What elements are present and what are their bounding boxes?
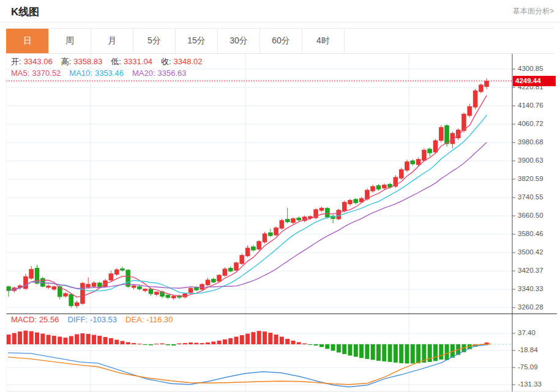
macd-bar-positive xyxy=(154,344,159,344)
candle-up xyxy=(319,208,324,210)
price-axis-tick: 4060.72 xyxy=(518,120,557,127)
macd-bar-positive xyxy=(114,340,119,344)
candle-up xyxy=(468,106,472,116)
interval-tabbar: 日周月5分15分30分60分4时 xyxy=(6,28,554,54)
macd-bar-positive xyxy=(263,331,267,344)
legend-label: 收: xyxy=(161,57,171,66)
macd-bar-positive xyxy=(80,333,84,344)
candle-up xyxy=(171,296,176,298)
price-axis-tick: 3260.28 xyxy=(518,303,557,311)
price-axis-tick: 4300.85 xyxy=(518,65,557,72)
macd-bar-positive xyxy=(35,333,39,344)
candle-down xyxy=(211,279,215,282)
macd-bar-negative xyxy=(394,344,398,363)
price-axis-tick: 4140.76 xyxy=(518,102,557,109)
macd-legend: MACD:25.56DIFF:-103.53DEA:-116.30 xyxy=(11,315,182,324)
legend-label: MA20: xyxy=(132,68,155,78)
tab-5分[interactable]: 5分 xyxy=(133,29,176,53)
candle-up xyxy=(342,202,346,211)
legend-value: 3348.02 xyxy=(174,57,203,66)
macd-axis-tick: -131.33 xyxy=(518,380,557,388)
legend-value: -116.30 xyxy=(146,315,173,324)
ohlc-legend: 开:3343.06高:3358.83低:3331.04收:3348.02 xyxy=(11,56,211,67)
candle-up xyxy=(114,270,119,275)
kline-chart-canvas[interactable] xyxy=(6,54,557,392)
candle-up xyxy=(217,275,222,281)
macd-bar-positive xyxy=(274,335,278,344)
macd-bar-negative xyxy=(388,344,392,362)
macd-bar-negative xyxy=(439,344,443,360)
current-price-badge: 4249.44 xyxy=(513,76,556,86)
candle-up xyxy=(240,255,244,264)
macd-bar-negative xyxy=(433,344,438,361)
candle-up xyxy=(29,269,34,278)
tab-60分[interactable]: 60分 xyxy=(259,29,302,53)
macd-bar-positive xyxy=(183,343,187,344)
tab-4时[interactable]: 4时 xyxy=(302,29,345,53)
tab-周[interactable]: 周 xyxy=(48,29,91,53)
candle-up xyxy=(189,288,193,292)
macd-bar-negative xyxy=(149,344,153,345)
price-axis-tick: 3580.46 xyxy=(518,230,557,237)
candle-up xyxy=(291,218,296,223)
candle-up xyxy=(52,287,56,289)
macd-bar-negative xyxy=(376,344,381,361)
legend-label: 低: xyxy=(111,57,121,66)
candle-up xyxy=(473,91,477,107)
macd-bar-positive xyxy=(92,335,96,344)
candle-up xyxy=(485,81,489,87)
macd-bar-negative xyxy=(337,344,341,352)
candle-up xyxy=(405,161,409,170)
macd-bar-positive xyxy=(103,337,108,344)
price-axis-tick: 3500.42 xyxy=(518,248,557,256)
candle-down xyxy=(411,161,415,164)
macd-bar-positive xyxy=(194,343,198,344)
ma20-line xyxy=(9,142,487,291)
candle-up xyxy=(245,248,250,256)
macd-bar-positive xyxy=(97,336,102,344)
macd-bar-negative xyxy=(319,344,324,347)
candle-down xyxy=(121,268,125,270)
candle-down xyxy=(166,295,170,297)
legend-value: 3343.06 xyxy=(24,57,53,66)
macd-bar-positive xyxy=(75,335,79,344)
macd-bar-positive xyxy=(23,331,28,344)
candle-down xyxy=(428,149,432,153)
macd-bar-positive xyxy=(47,335,51,344)
macd-bar-negative xyxy=(411,344,415,363)
tab-日[interactable]: 日 xyxy=(6,29,49,53)
fundamental-analysis-link[interactable]: 基本面分析> xyxy=(513,6,554,17)
candle-up xyxy=(80,283,84,303)
legend-value: 3356.63 xyxy=(158,68,187,78)
macd-axis-tick: 37.40 xyxy=(518,329,557,336)
macd-bar-positive xyxy=(285,339,289,344)
header-divider xyxy=(0,22,560,23)
macd-bar-negative xyxy=(342,344,346,354)
candle-up xyxy=(439,127,443,141)
macd-bar-positive xyxy=(52,336,56,344)
legend-label: DEA: xyxy=(125,315,144,324)
price-axis-tick: 3740.55 xyxy=(518,193,557,201)
legend-value: 3370.52 xyxy=(32,68,61,78)
candle-up xyxy=(86,284,91,287)
tab-30分[interactable]: 30分 xyxy=(217,29,260,53)
candle-down xyxy=(325,208,329,217)
candle-up xyxy=(382,185,386,188)
candle-down xyxy=(194,287,198,290)
macd-bar-positive xyxy=(297,342,301,344)
macd-bar-positive xyxy=(126,342,130,344)
macd-bar-positive xyxy=(302,344,307,344)
macd-bar-positive xyxy=(12,333,17,344)
candle-down xyxy=(69,294,73,306)
candle-up xyxy=(109,274,113,280)
macd-bar-positive xyxy=(200,343,204,344)
candle-up xyxy=(75,303,79,306)
legend-label: 开: xyxy=(11,57,21,66)
macd-bar-negative xyxy=(348,344,353,355)
tab-15分[interactable]: 15分 xyxy=(175,29,218,53)
macd-bar-positive xyxy=(189,342,193,344)
candle-up xyxy=(206,280,210,285)
candle-down xyxy=(297,218,301,220)
tab-月[interactable]: 月 xyxy=(91,29,133,53)
macd-bar-negative xyxy=(382,344,386,361)
